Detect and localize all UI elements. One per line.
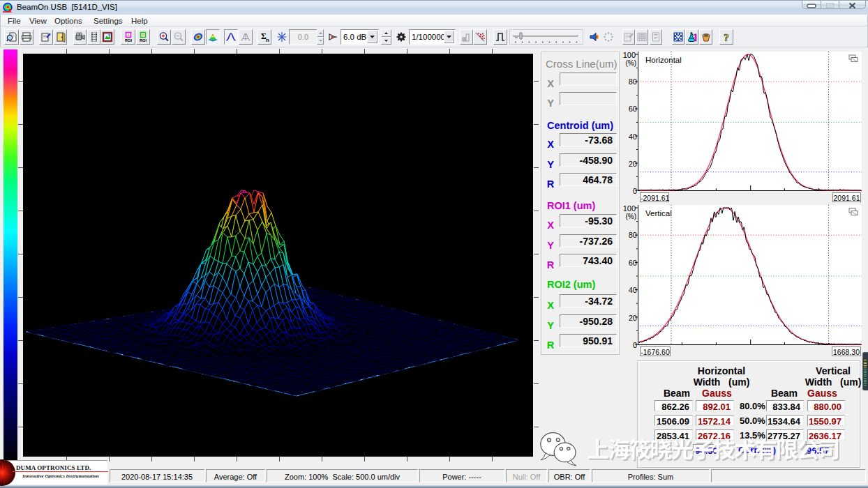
svg-text:?: ? xyxy=(724,32,729,43)
svg-text:n: n xyxy=(266,37,269,43)
svg-text:ROI: ROI xyxy=(140,38,147,43)
svg-text:ROI: ROI xyxy=(125,38,132,43)
